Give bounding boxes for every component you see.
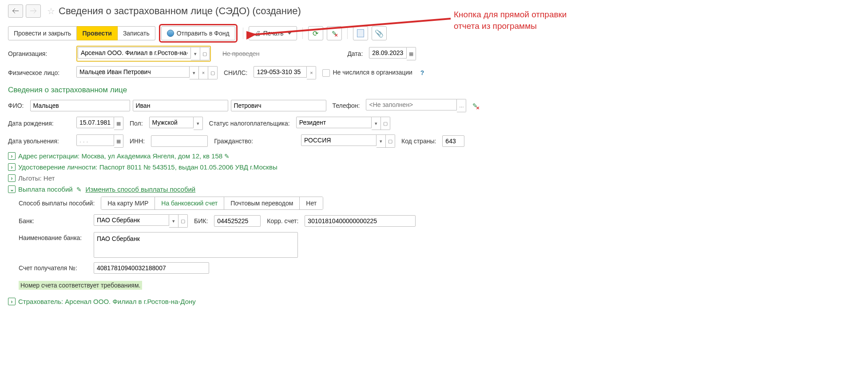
bik-input[interactable] [214, 215, 261, 227]
insured-section-header: Сведения о застрахованном лице [8, 86, 860, 95]
snils-input[interactable] [254, 66, 307, 78]
org-label: Организация: [8, 50, 70, 57]
birth-combo[interactable]: ▦ [76, 117, 123, 130]
fire-combo[interactable]: ▦ [76, 134, 123, 148]
fire-input[interactable] [76, 134, 114, 146]
tax-combo[interactable]: ▾ ▢ [296, 117, 390, 130]
inn-label: ИНН: [130, 138, 145, 145]
sex-dropdown[interactable]: ▾ [194, 117, 203, 130]
middlename-input[interactable] [231, 100, 326, 111]
phone-edit-cancel-icon[interactable]: ✎ [472, 102, 478, 109]
benefits-text: Льготы: Нет [18, 174, 55, 182]
insurer-expand[interactable] [8, 298, 16, 305]
send-label: Отправить в Фонд [177, 30, 230, 37]
fire-label: Дата увольнения: [8, 138, 70, 145]
acct-input[interactable] [94, 262, 209, 274]
edit-cancel-button[interactable]: ✎ [327, 26, 342, 40]
method-mir[interactable]: На карту МИР [101, 197, 155, 209]
person-clear[interactable]: × [199, 66, 208, 79]
korr-input[interactable] [305, 215, 416, 227]
bank-combo[interactable]: ▾ ▢ [94, 214, 188, 228]
citizen-input[interactable] [301, 134, 377, 146]
org-input[interactable] [78, 47, 191, 59]
bank-input[interactable] [94, 214, 169, 226]
sex-label: Пол: [130, 120, 143, 127]
person-input[interactable] [76, 66, 190, 78]
phone-combo[interactable]: … [366, 99, 466, 112]
citizen-dropdown[interactable]: ▾ [377, 134, 386, 148]
document-icon [357, 29, 364, 37]
fio-label: ФИО: [8, 102, 24, 109]
iddoc-expand[interactable] [8, 163, 16, 171]
method-none[interactable]: Нет [300, 197, 323, 209]
bank-open[interactable]: ▢ [178, 214, 188, 228]
citizen-combo[interactable]: ▾ ▢ [301, 134, 395, 148]
nav-forward-button[interactable]: 🡢 [26, 4, 41, 18]
annotation-line1: Кнопка для прямой отправки [454, 9, 567, 20]
send-to-fund-button[interactable]: Отправить в Фонд [161, 26, 235, 40]
method-label: Способ выплаты пособий: [19, 200, 95, 207]
date-input[interactable] [369, 47, 407, 59]
acct-ok-note: Номер счета соответствует требованиям. [19, 281, 142, 290]
birth-input[interactable] [76, 117, 114, 128]
pencil-icon[interactable]: ✎ [76, 186, 82, 193]
pencil-icon[interactable]: ✎ [224, 153, 230, 160]
post-and-close-button[interactable]: Провести и закрыть [8, 26, 77, 40]
separator [347, 28, 348, 39]
nav-back-button[interactable]: 🡠 [8, 4, 23, 18]
snils-clear[interactable]: × [307, 66, 316, 79]
write-button[interactable]: Записать [118, 26, 155, 40]
acct-label: Счет получателя №: [19, 264, 87, 272]
org-dropdown[interactable]: ▾ [191, 47, 200, 60]
date-combo[interactable]: ▦ [369, 47, 416, 60]
bankname-input[interactable] [94, 232, 298, 258]
phone-more[interactable]: … [457, 99, 466, 112]
document-button[interactable] [353, 26, 368, 40]
favorite-icon[interactable]: ☆ [47, 6, 55, 16]
iddoc-link[interactable]: Удостоверение личности: Паспорт 8011 № 5… [18, 163, 277, 171]
method-bank[interactable]: На банковский счет [155, 197, 224, 209]
annotation-text: Кнопка для прямой отправки отчета из про… [454, 9, 567, 32]
country-label: Код страны: [401, 138, 436, 145]
calendar-icon[interactable]: ▦ [407, 47, 416, 60]
person-combo[interactable]: ▾ × ▢ [76, 66, 218, 79]
lastname-input[interactable] [30, 100, 130, 111]
firstname-input[interactable] [133, 100, 228, 111]
not-listed-checkbox[interactable]: Не числился в организации [322, 69, 412, 77]
address-expand[interactable] [8, 152, 16, 160]
refresh-button[interactable]: ⟳ [308, 26, 323, 40]
help-icon[interactable]: ? [419, 69, 426, 76]
tax-open[interactable]: ▢ [381, 117, 390, 130]
person-open[interactable]: ▢ [208, 66, 218, 79]
insurer-link[interactable]: Страхователь: Арсенал ООО. Филиал в г.Ро… [18, 298, 196, 305]
tax-input[interactable] [296, 117, 372, 128]
benefits-expand[interactable] [8, 174, 16, 182]
calendar-icon[interactable]: ▦ [114, 117, 123, 130]
org-open[interactable]: ▢ [200, 47, 210, 60]
sex-input[interactable] [149, 117, 194, 128]
post-button[interactable]: Провести [77, 26, 117, 40]
inn-input[interactable] [151, 135, 208, 147]
payout-expand[interactable] [8, 185, 16, 193]
change-method-link[interactable]: Изменить способ выплаты пособий [85, 185, 195, 193]
person-dropdown[interactable]: ▾ [190, 66, 199, 79]
method-post[interactable]: Почтовым переводом [224, 197, 300, 209]
snils-combo[interactable]: × [254, 66, 316, 79]
sex-combo[interactable]: ▾ [149, 117, 203, 130]
address-link[interactable]: Адрес регистрации: Москва, ул Академика … [18, 152, 230, 160]
korr-label: Корр. счет: [267, 217, 298, 225]
citizen-open[interactable]: ▢ [386, 134, 395, 148]
bank-label: Банк: [19, 217, 87, 225]
bik-label: БИК: [194, 217, 208, 225]
tax-dropdown[interactable]: ▾ [372, 117, 381, 130]
bank-dropdown[interactable]: ▾ [169, 214, 178, 228]
attach-button[interactable]: 📎 [372, 26, 387, 40]
person-label: Физическое лицо: [8, 69, 70, 76]
print-button[interactable]: 🖨 Печать [249, 26, 297, 40]
phone-input[interactable] [366, 99, 457, 110]
calendar-icon[interactable]: ▦ [114, 134, 123, 148]
org-combo[interactable]: ▾ ▢ [78, 47, 210, 60]
country-input[interactable] [442, 135, 464, 147]
status-text: Не проведен [222, 50, 259, 57]
send-highlight: Отправить в Фонд [159, 24, 238, 43]
